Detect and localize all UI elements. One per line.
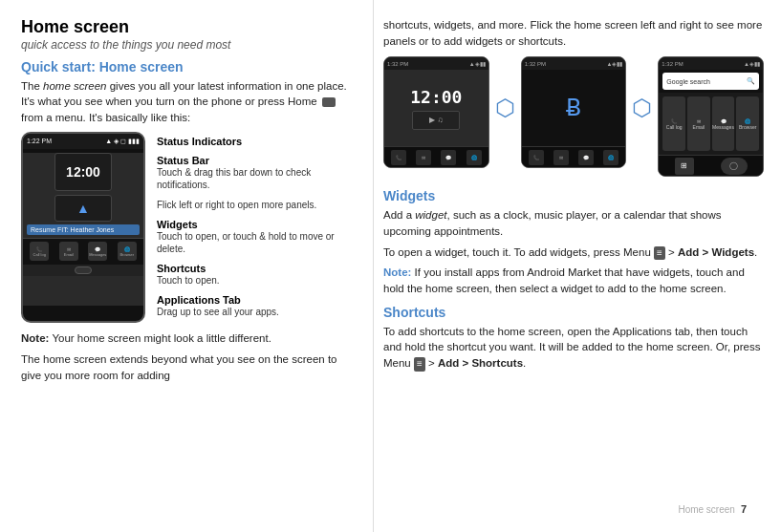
mini-phone1-status: 1:32 PM ▲◈▮▮ — [384, 57, 488, 70]
page-number: 7 — [741, 503, 747, 515]
menu-button-2: ≡ — [414, 357, 425, 372]
mini-phone-2: 1:32 PM ▲◈▮▮ Ƀ 📞 ✉ 💬 🌐 — [521, 56, 627, 168]
home-btn-phone3: ◯ — [721, 158, 748, 175]
page-title: Home screen — [21, 17, 354, 38]
search-icon: 🔍 — [747, 77, 755, 85]
shortcuts-callout-title: Shortcuts — [157, 263, 354, 274]
dock-icon-browser: 🌐Browser — [118, 242, 137, 261]
flick-desc: Flick left or right to open more panels. — [157, 199, 354, 211]
status-indicators-label: Status Indicators — [157, 136, 354, 147]
add-widgets-bold: Add > Widgets — [678, 246, 754, 258]
arrow-icon: ⬡ — [495, 95, 515, 121]
page-label: Home screen — [678, 504, 734, 515]
callout-status-indicators: Status Indicators — [157, 136, 354, 147]
mini-music-widget: ▶ ♫ — [412, 111, 460, 130]
note-label: Note: — [21, 332, 49, 344]
arrow-left-right-2: ⬡ — [632, 56, 652, 121]
mini-phone3-time: 1:32 PM — [662, 61, 683, 67]
phone-home-button-area — [23, 265, 143, 276]
add-shortcuts-bold: Add > Shortcuts — [438, 357, 523, 369]
shortcuts-heading: Shortcuts — [383, 305, 764, 320]
mini-phone-1: 1:32 PM ▲◈▮▮ 12:00 ▶ ♫ 📞 ✉ 💬 🌐 — [383, 56, 489, 168]
right-column: shortcuts, widgets, and more. Flick the … — [373, 0, 781, 532]
mini-dock1-icon1: 📞 — [391, 150, 406, 165]
app-icon-email: ✉Email — [687, 96, 710, 151]
app-icon-calllog: 📞Call log — [662, 96, 685, 151]
phone-mockup: 1:22 PM ▲ ◈ ◻ ▮▮▮ 12:00 ▲ Resume FIT: He… — [21, 132, 145, 323]
status-bar-title: Status Bar — [157, 155, 354, 166]
intro-para: The home screen gives you all your lates… — [21, 78, 354, 126]
mini-phone2-status: 1:32 PM ▲◈▮▮ — [522, 57, 626, 70]
app-icon-browser: 🌐Browser — [736, 96, 759, 151]
wifi-widget: ▲ — [54, 195, 112, 222]
callout-flick: Flick left or right to open more panels. — [157, 199, 354, 211]
callouts-area: Status Indicators Status Bar Touch & dra… — [157, 132, 354, 323]
callout-status-bar: Status Bar Touch & drag this bar down to… — [157, 155, 354, 191]
mini-phone3-dock: ⊞ ◯ — [659, 155, 763, 176]
callout-apps-tab: Applications Tab Drag up to see all your… — [157, 294, 354, 318]
clock-widget: 12:00 — [54, 153, 112, 191]
mini-dock1-icon3: 💬 — [441, 150, 456, 165]
mini-dock2-icon2: ✉ — [553, 150, 569, 165]
mini-dock2-icon3: 💬 — [578, 150, 594, 165]
mini-phone3-status: 1:32 PM ▲◈▮▮ — [659, 57, 763, 70]
widgets-note: Note: If you install apps from Android M… — [383, 265, 764, 296]
mini-phone1-icons: ▲◈▮▮ — [469, 60, 486, 67]
shortcuts-para1: To add shortcuts to the home screen, ope… — [383, 324, 764, 372]
mini-phone2-time: 1:32 PM — [525, 61, 546, 67]
menu-button-1: ≡ — [654, 246, 665, 261]
mini-phone1-dock: 📞 ✉ 💬 🌐 — [384, 146, 488, 167]
mini-phone2-icons: ▲◈▮▮ — [606, 60, 622, 67]
widgets-heading: Widgets — [383, 188, 764, 203]
mini-dock1-icon4: 🌐 — [466, 150, 482, 165]
resume-bar: Resume FIT: Heather Jones — [27, 224, 140, 235]
dock-icon-email: ✉Email — [59, 242, 78, 261]
dock-icon-calllog: 📞Call log — [30, 242, 49, 261]
diagram-area: 1:22 PM ▲ ◈ ◻ ▮▮▮ 12:00 ▲ Resume FIT: He… — [21, 132, 354, 323]
phone-screen-body: 12:00 ▲ Resume FIT: Heather Jones 📞Call … — [23, 153, 143, 306]
note-box: Note: Your home screen might look a litt… — [21, 330, 354, 384]
widgets-para2: To open a widget, touch it. To add widge… — [383, 245, 764, 261]
callout-widgets: Widgets Touch to open, or touch & hold t… — [157, 219, 354, 255]
italic-homescreen: home screen — [43, 80, 106, 92]
bluetooth-icon: Ƀ — [566, 95, 581, 121]
widgets-para1: Add a widget, such as a clock, music pla… — [383, 207, 764, 239]
left-column: Home screen quick access to the things y… — [0, 0, 373, 532]
google-search-text: Google search — [666, 78, 710, 85]
arrow-left-right: ⬡ — [495, 56, 515, 121]
phones-row: 1:32 PM ▲◈▮▮ 12:00 ▶ ♫ 📞 ✉ 💬 🌐 — [383, 56, 764, 177]
apps-tab-desc: Drag up to see all your apps. — [157, 306, 354, 318]
shortcuts-section: Shortcuts To add shortcuts to the home s… — [383, 305, 764, 372]
note-label-2: Note: — [383, 266, 411, 278]
mini-phone2-screen: Ƀ — [522, 70, 626, 146]
home-icon — [322, 97, 336, 107]
app-icon-messages: 💬Messages — [712, 96, 735, 151]
quickstart-heading: Quick start: Home screen — [21, 59, 354, 74]
callout-shortcuts: Shortcuts Touch to open. — [157, 263, 354, 287]
status-time: 1:22 PM — [27, 138, 52, 144]
note-text: Your home screen might look a little dif… — [49, 332, 271, 344]
mini-phone3-icons: ▲◈▮▮ — [744, 60, 760, 67]
arrow-icon-2: ⬡ — [632, 95, 652, 121]
right-intro-para: shortcuts, widgets, and more. Flick the … — [383, 17, 764, 49]
phone-dock: 📞Call log ✉Email 💬Messages 🌐Browser — [23, 238, 143, 265]
shortcuts-callout-desc: Touch to open. — [157, 274, 354, 287]
page-subtitle: quick access to the things you need most — [21, 38, 354, 52]
mini-phone2-dock: 📞 ✉ 💬 🌐 — [522, 146, 626, 167]
dock-icon-messages: 💬Messages — [88, 242, 107, 261]
right-col-wrapper: shortcuts, widgets, and more. Flick the … — [383, 17, 764, 522]
apps-tab-title: Applications Tab — [157, 294, 354, 306]
mini-phone1-screen: 12:00 ▶ ♫ — [384, 70, 488, 146]
mini-dock2-icon4: 🌐 — [603, 150, 618, 165]
widgets-callout-desc: Touch to open, or touch & hold to move o… — [157, 230, 354, 255]
mini-phone-3: 1:32 PM ▲◈▮▮ Google search 🔍 📞Call log ✉… — [658, 56, 764, 177]
google-search-bar[interactable]: Google search 🔍 — [662, 73, 759, 90]
extend-para: The home screen extends beyond what you … — [21, 351, 354, 383]
mini-dock1-icon2: ✉ — [416, 150, 431, 165]
note-para: Note: Your home screen might look a litt… — [21, 330, 354, 347]
widgets-callout-title: Widgets — [157, 219, 354, 230]
mini-phone1-clock: 12:00 — [410, 87, 462, 107]
status-bar-desc: Touch & drag this bar down to check noti… — [157, 166, 354, 191]
app-grid: 📞Call log ✉Email 💬Messages 🌐Browser — [659, 93, 763, 155]
status-icons: ▲ ◈ ◻ ▮▮▮ — [105, 138, 140, 145]
